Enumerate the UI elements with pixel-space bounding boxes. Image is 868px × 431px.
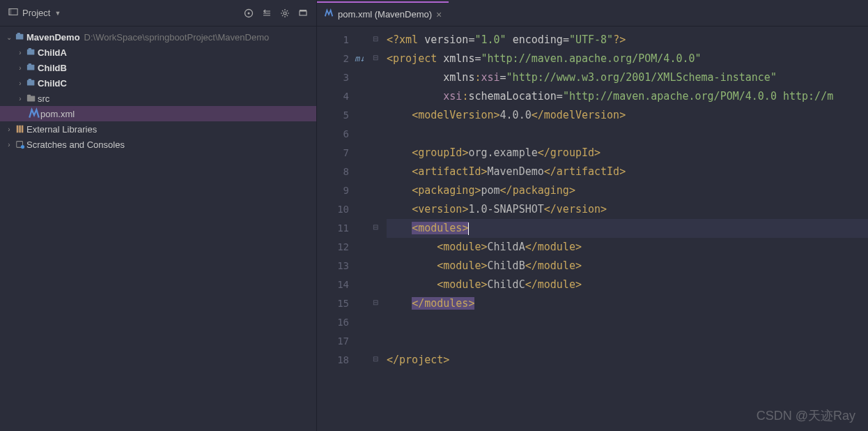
tab-label: pom.xml (MavenDemo)	[338, 9, 432, 20]
hide-icon[interactable]	[294, 4, 312, 22]
maven-icon	[324, 8, 334, 20]
project-tool-window: Project ▼ ⌄ MavenDemo D:\WorkSpace\sprin…	[0, 0, 317, 431]
project-view-selector[interactable]: Project ▼	[4, 6, 65, 20]
code-content[interactable]: <?xml version="1.0" encoding="UTF-8"?><p…	[384, 27, 868, 431]
fold-column: ⊟ ⊟ ⊟ ⊟ ⊟	[371, 27, 384, 431]
watermark: CSDN @天迹Ray	[757, 407, 855, 424]
tree-item-src[interactable]: › src	[0, 91, 316, 106]
gear-icon[interactable]	[276, 4, 294, 22]
project-tree[interactable]: ⌄ MavenDemo D:\WorkSpace\springbootProje…	[0, 27, 316, 155]
svg-rect-12	[29, 63, 31, 66]
close-icon[interactable]: ×	[436, 9, 442, 20]
svg-point-4	[284, 12, 286, 15]
tree-item-scratches[interactable]: › Scratches and Consoles	[0, 137, 316, 152]
tab-pom[interactable]: pom.xml (MavenDemo) ×	[317, 1, 449, 26]
chevron-down-icon: ⌄	[4, 33, 14, 41]
svg-point-3	[248, 12, 250, 14]
tree-item-childA[interactable]: › ChildA	[0, 45, 316, 60]
svg-rect-17	[17, 126, 19, 133]
select-opened-file-icon[interactable]	[240, 4, 258, 22]
module-icon	[25, 78, 38, 88]
svg-rect-8	[17, 33, 20, 35]
project-view-label: Project	[22, 8, 50, 18]
gutter-marks: m↓	[355, 27, 371, 431]
svg-rect-16	[27, 95, 31, 97]
chevron-right-icon: ›	[15, 64, 25, 72]
chevron-right-icon: ›	[15, 80, 25, 87]
tree-item-external-libs[interactable]: › External Libraries	[0, 121, 316, 137]
svg-rect-14	[29, 79, 31, 81]
tree-root[interactable]: ⌄ MavenDemo D:\WorkSpace\springbootProje…	[0, 29, 316, 45]
maven-icon	[28, 107, 40, 120]
editor-tabs: pom.xml (MavenDemo) ×	[317, 0, 868, 27]
tree-item-childC[interactable]: › ChildC	[0, 75, 316, 91]
module-icon	[25, 63, 38, 73]
module-icon	[25, 47, 38, 57]
maven-reimport-icon[interactable]: m↓	[355, 50, 364, 68]
chevron-right-icon: ›	[4, 126, 14, 133]
folder-icon	[25, 93, 38, 103]
chevron-down-icon: ▼	[54, 10, 61, 17]
module-icon	[14, 32, 26, 42]
chevron-right-icon: ›	[4, 141, 14, 149]
editor-pane: pom.xml (MavenDemo) × 123456789101112131…	[317, 0, 868, 431]
project-name: MavenDemo	[26, 32, 80, 43]
svg-rect-10	[29, 48, 31, 50]
scratch-icon	[14, 139, 26, 149]
project-icon	[8, 7, 18, 19]
chevron-right-icon: ›	[15, 95, 25, 103]
svg-rect-18	[19, 126, 21, 133]
code-editor[interactable]: 123456789101112131415161718 m↓ ⊟ ⊟ ⊟ ⊟ ⊟…	[317, 27, 868, 431]
svg-point-21	[21, 145, 24, 149]
chevron-right-icon: ›	[15, 49, 25, 56]
tree-item-childB[interactable]: › ChildB	[0, 60, 316, 75]
svg-rect-11	[27, 65, 35, 70]
tree-item-pom[interactable]: pom.xml	[0, 106, 316, 121]
svg-rect-1	[9, 9, 12, 15]
svg-rect-19	[22, 126, 24, 133]
svg-rect-13	[27, 80, 35, 86]
line-gutter: 123456789101112131415161718	[317, 27, 355, 431]
svg-rect-7	[16, 34, 24, 40]
svg-rect-9	[27, 50, 35, 55]
svg-rect-5	[300, 11, 307, 15]
svg-rect-6	[300, 10, 307, 11]
svg-rect-15	[27, 96, 35, 102]
project-path: D:\WorkSpace\springbootProject\MavenDemo	[84, 32, 270, 43]
expand-collapse-icon[interactable]	[258, 4, 276, 22]
library-icon	[14, 124, 26, 134]
project-header: Project ▼	[0, 0, 316, 27]
